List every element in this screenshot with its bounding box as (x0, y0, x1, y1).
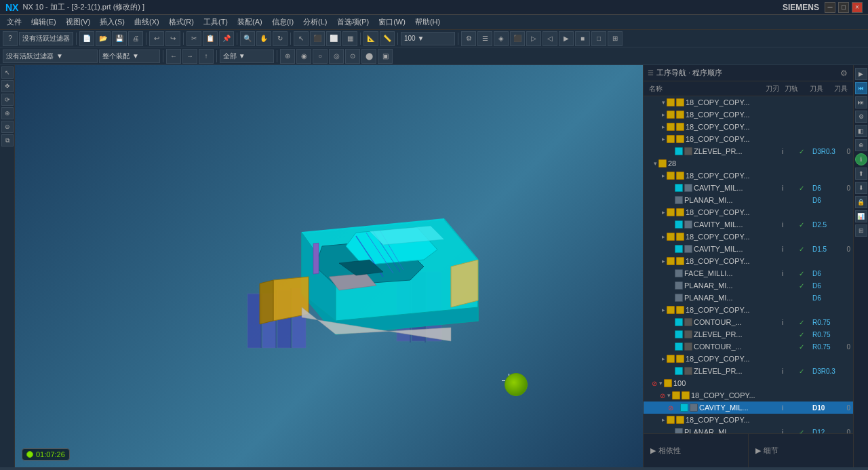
expand-button[interactable] (668, 294, 675, 301)
filter-dropdown[interactable]: 没有活跃过滤器 ▼ (3, 50, 98, 63)
tree-row[interactable]: ⊘▾100 (644, 377, 853, 389)
tb-btn-5[interactable]: ▷ (526, 31, 541, 46)
tree-row[interactable]: PLANAR_MI...i✓D120 (644, 426, 853, 433)
tb-btn-7[interactable]: ▶ (559, 31, 574, 46)
detail-section[interactable]: ▶ 细节 (749, 434, 853, 467)
expand-button[interactable]: ▾ (660, 99, 667, 106)
tb2-btn-6[interactable]: ○ (313, 49, 328, 64)
left-btn-4[interactable]: ⊕ (1, 107, 14, 119)
tb-btn-1[interactable]: ⚙ (461, 31, 476, 46)
tb2-btn-3[interactable]: ↑ (199, 49, 214, 64)
right-icon-4[interactable]: ⚙ (855, 111, 867, 123)
right-icon-1[interactable]: ▶ (855, 68, 867, 80)
tree-row[interactable]: ⊘ CAVITY_MIL...iD100 (644, 402, 853, 414)
tree-row[interactable]: ▸18_COPY_COPY... (644, 121, 853, 133)
3d-viewport[interactable]: 01:07:26 (15, 65, 643, 467)
expand-button[interactable] (668, 221, 675, 228)
paste-button[interactable]: 📌 (219, 31, 234, 46)
tree-row[interactable]: ZLEVEL_PR...i✓D3R0.30 (644, 145, 853, 157)
tree-row[interactable]: ▸18_COPY_COPY... (644, 353, 853, 365)
menu-item-编辑(E)[interactable]: 编辑(E) (27, 16, 60, 28)
help-button[interactable]: ? (3, 31, 18, 46)
tb-btn-3[interactable]: ◈ (494, 31, 509, 46)
right-icon-2[interactable]: ⏮ (855, 82, 867, 94)
open-button[interactable]: 📂 (96, 31, 111, 46)
menu-item-帮助(H)[interactable]: 帮助(H) (411, 16, 444, 28)
save-button[interactable]: 💾 (112, 31, 127, 46)
expand-button[interactable]: ▸ (660, 111, 667, 118)
properties-section[interactable]: ▶ 相依性 (644, 434, 749, 467)
analyze-button[interactable]: 📐 (363, 31, 378, 46)
menu-item-视图(V)[interactable]: 视图(V) (62, 16, 95, 28)
tree-row[interactable]: CAVITY_MIL...i✓D1.50 (644, 243, 853, 255)
tree-row[interactable]: ▸18_COPY_COPY... (644, 170, 853, 182)
tb-btn-9[interactable]: □ (591, 31, 606, 46)
expand-button[interactable] (668, 368, 675, 374)
expand-button[interactable]: ▸ (660, 172, 667, 179)
menu-item-装配(A)[interactable]: 装配(A) (233, 16, 267, 28)
tree-row[interactable]: FACE_MILLI...i✓D6 (644, 267, 853, 279)
tb2-btn-2[interactable]: → (182, 49, 197, 64)
tb2-btn-1[interactable]: ← (166, 49, 181, 64)
expand-button[interactable] (668, 270, 675, 277)
tb-btn-8[interactable]: ■ (575, 31, 590, 46)
start-dropdown[interactable]: 没有活跃过滤器 (19, 32, 73, 45)
expand-button[interactable]: ▸ (660, 355, 667, 362)
tree-row[interactable]: ▸18_COPY_COPY... (644, 231, 853, 243)
right-icon-5[interactable]: ◧ (855, 125, 867, 137)
cut-button[interactable]: ✂ (186, 31, 201, 46)
minimize-button[interactable]: ─ (825, 2, 835, 13)
expand-button[interactable]: ▾ (652, 160, 658, 167)
tree-row[interactable]: ZLEVEL_PR...✓R0.75 (644, 328, 853, 340)
new-button[interactable]: 📄 (79, 31, 94, 46)
expand-button[interactable] (668, 197, 675, 203)
right-icon-9[interactable]: 🔒 (855, 196, 867, 208)
tb-btn-4[interactable]: ⬛ (510, 31, 525, 46)
assembly-dropdown[interactable]: 整个装配 ▼ (99, 50, 160, 63)
tb2-btn-7[interactable]: ◎ (329, 49, 344, 64)
left-btn-3[interactable]: ⟳ (1, 94, 14, 106)
expand-button[interactable] (668, 282, 675, 289)
expand-button[interactable]: ▸ (660, 209, 667, 216)
tree-row[interactable]: ⊘▾18_COPY_COPY... (644, 389, 853, 402)
tree-row[interactable]: CONTOUR_...i✓R0.75 (644, 316, 853, 328)
view2-button[interactable]: ⬜ (326, 31, 341, 46)
right-icon-7[interactable]: ⬆ (855, 168, 867, 180)
menu-item-插入(S)[interactable]: 插入(S) (96, 16, 129, 28)
tb-btn-2[interactable]: ☰ (477, 31, 492, 46)
menu-item-分析(L)[interactable]: 分析(L) (299, 16, 331, 28)
menu-item-信息(I)[interactable]: 信息(I) (268, 16, 298, 28)
tree-row[interactable]: ZLEVEL_PR...i✓D3R0.3 (644, 365, 853, 377)
copy-button[interactable]: 📋 (203, 31, 218, 46)
scale-dropdown[interactable]: 100 ▼ (401, 32, 455, 45)
tb2-btn-5[interactable]: ◉ (296, 49, 311, 64)
right-icon-11[interactable]: ⊞ (855, 224, 867, 237)
tree-row[interactable]: CAVITY_MIL...i✓D2.5 (644, 218, 853, 231)
tree-row[interactable]: ▸18_COPY_COPY... (644, 414, 853, 426)
view1-button[interactable]: ⬛ (310, 31, 325, 46)
expand-button[interactable] (668, 148, 675, 155)
expand-button[interactable]: ▸ (660, 123, 667, 130)
tree-row[interactable]: ▸18_COPY_COPY... (644, 109, 853, 121)
tb-btn-6[interactable]: ◁ (542, 31, 557, 46)
pan-button[interactable]: ✋ (256, 31, 271, 46)
maximize-button[interactable]: □ (838, 2, 849, 13)
expand-button[interactable] (668, 319, 675, 326)
right-icon-circle[interactable]: ℹ (855, 153, 867, 165)
right-icon-8[interactable]: ⬇ (855, 182, 867, 194)
tree-row[interactable]: ▸18_COPY_COPY... (644, 304, 853, 316)
expand-button[interactable]: ▾ (657, 380, 664, 387)
tb2-btn-10[interactable]: ▣ (378, 49, 393, 64)
tb-btn-10[interactable]: ⊞ (608, 31, 623, 46)
tb2-btn-8[interactable]: ⊙ (345, 49, 360, 64)
nav-settings-button[interactable]: ⚙ (838, 68, 849, 79)
tree-row[interactable]: ▸18_COPY_COPY... (644, 255, 853, 267)
expand-button[interactable] (668, 343, 675, 350)
redo-button[interactable]: ↪ (165, 31, 180, 46)
expand-button[interactable]: ▸ (660, 307, 667, 313)
operation-tree[interactable]: ▾18_COPY_COPY...▸18_COPY_COPY...▸18_COPY… (644, 96, 853, 433)
tree-row[interactable]: CONTOUR_...✓R0.750 (644, 340, 853, 353)
expand-button[interactable]: ▸ (660, 233, 667, 240)
tree-row[interactable]: ▸18_COPY_COPY... (644, 133, 853, 145)
left-btn-1[interactable]: ↖ (1, 66, 14, 79)
